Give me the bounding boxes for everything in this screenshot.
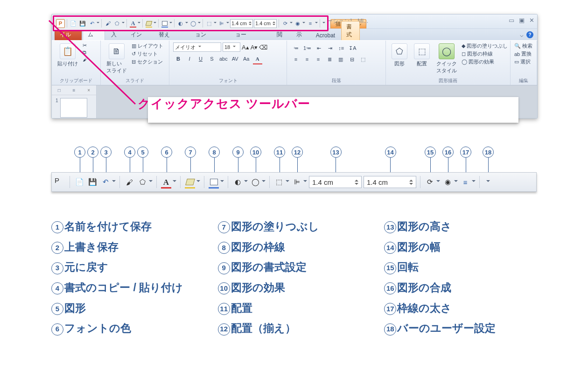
layout-button[interactable]: ▥ レイアウト — [132, 42, 163, 49]
grow-font-icon[interactable]: A▴ — [242, 44, 249, 51]
replace-button[interactable]: ab 置換 — [514, 50, 532, 57]
shapes-icon[interactable]: ⬠ — [137, 176, 148, 188]
bullets-button[interactable]: ≔ — [291, 44, 301, 52]
paste-button[interactable]: 📋貼り付け — [56, 42, 80, 68]
shape-outline-icon[interactable] — [208, 176, 219, 188]
align-icon[interactable]: ⊫ — [291, 176, 302, 188]
bold-button[interactable]: B — [173, 55, 183, 63]
find-button[interactable]: 🔍 検索 — [514, 42, 532, 49]
leader-13: 13 — [330, 147, 342, 172]
font-size-combo[interactable]: 18 — [223, 42, 240, 52]
shape-fill-icon[interactable] — [184, 176, 196, 188]
align-right-button[interactable]: ≡ — [313, 55, 323, 63]
thumb-tab-outline[interactable]: ≡ — [67, 88, 82, 93]
close-icon[interactable]: ✕ — [529, 17, 534, 24]
undo-icon[interactable]: ↶ — [88, 19, 96, 28]
legend-item: 14図形の幅 — [384, 237, 537, 258]
help-icon[interactable]: ? — [526, 31, 533, 38]
shape-fill-icon[interactable] — [145, 19, 153, 28]
save-as-icon[interactable]: 📄 — [74, 176, 85, 188]
line-weight-icon[interactable]: ≡ — [460, 176, 471, 188]
shapes-button[interactable]: ⬠図形 — [390, 42, 409, 68]
font-color-icon[interactable]: A — [129, 19, 137, 28]
shape-effects-button[interactable]: ◯ 図形の効果 — [462, 58, 508, 65]
rotate-icon[interactable]: ⟳ — [424, 176, 435, 188]
minimize-icon[interactable]: ▭ — [509, 17, 514, 24]
italic-button[interactable]: I — [184, 55, 195, 63]
align-icon[interactable]: ⊫ — [217, 19, 226, 28]
format-painter-icon[interactable]: 🖌 — [124, 176, 135, 188]
section-button[interactable]: ⊟ セクション — [132, 58, 163, 65]
customize-qat-icon[interactable] — [483, 180, 492, 184]
format-shape-icon[interactable]: ◐ — [232, 176, 243, 188]
customize-qat-icon[interactable] — [322, 22, 325, 25]
align-left-button[interactable]: ≡ — [291, 55, 301, 63]
save-icon[interactable]: 💾 — [87, 176, 98, 188]
slide-thumbnail[interactable] — [60, 98, 87, 118]
columns-button[interactable]: ▥ — [336, 55, 346, 63]
shape-effects-icon[interactable]: ◯ — [189, 19, 197, 28]
legend: 1名前を付けて保存2上書き保存3元に戻す4書式のコピー / 貼り付け5図形6フォ… — [51, 217, 537, 339]
shape-height-field[interactable]: 1.4 cm — [230, 19, 253, 28]
format-shape-icon[interactable]: ◐ — [176, 19, 185, 28]
shape-effects-icon[interactable]: ◯ — [250, 176, 261, 188]
smartart-button[interactable]: ⬚ — [358, 55, 368, 63]
font-name-combo[interactable]: メイリオ — [173, 42, 221, 52]
shape-outline-button[interactable]: ◻ 図形の枠線 — [462, 50, 508, 57]
shape-height-field[interactable]: 1.4 cm — [309, 176, 362, 188]
valign-button[interactable]: ⊟ — [347, 55, 357, 63]
arrange-button[interactable]: ⬚配置 — [412, 42, 432, 68]
underline-button[interactable]: U — [196, 55, 206, 63]
rotate-icon[interactable]: ⟳ — [281, 19, 289, 28]
merge-shapes-icon[interactable]: ◉ — [442, 176, 453, 188]
line-weight-icon[interactable]: ≡ — [306, 19, 315, 28]
copy-icon[interactable]: ⧉ — [83, 49, 88, 56]
align-center-button[interactable]: ≡ — [302, 55, 312, 63]
shape-width-field[interactable]: 1.4 cm — [364, 176, 416, 188]
shapes-icon[interactable]: ⬠ — [113, 19, 121, 28]
save-icon[interactable]: 💾 — [78, 19, 87, 28]
font-color-button[interactable]: A — [252, 55, 263, 64]
shape-fill-button[interactable]: ◆ 図形の塗りつぶし — [462, 42, 508, 49]
slide-number: 1 — [56, 98, 58, 103]
strike-button[interactable]: abc — [218, 55, 229, 63]
group-editing: 編集 — [514, 77, 533, 84]
legend-item: 17枠線の太さ — [384, 298, 537, 319]
save-as-icon[interactable]: 📄 — [69, 19, 77, 28]
legend-item: 9図形の書式設定 — [218, 257, 371, 278]
thumb-close-icon[interactable]: × — [81, 88, 96, 93]
leader-11: 11 — [274, 147, 285, 172]
spacing-button[interactable]: AV — [230, 55, 240, 63]
numbering-button[interactable]: 1≔ — [302, 44, 313, 52]
format-painter-icon[interactable]: 🖌 — [104, 19, 112, 28]
textdir-button[interactable]: ↧A — [347, 44, 357, 52]
case-button[interactable]: Aa — [241, 55, 252, 63]
quickstyle-button[interactable]: ◯クイック スタイル — [434, 42, 459, 75]
select-button[interactable]: ▭ 選択 — [514, 58, 532, 65]
arrange-icon[interactable]: ⬚ — [205, 19, 213, 28]
leader-7: 7 — [185, 147, 196, 172]
undo-icon[interactable]: ↶ — [100, 176, 111, 188]
shadow-button[interactable]: S — [207, 55, 217, 63]
justify-button[interactable]: ≣ — [324, 55, 335, 63]
arrange-icon[interactable]: ⬚ — [273, 176, 285, 188]
ribbon-min-icon[interactable]: ⌵ — [520, 31, 524, 38]
cut-icon[interactable]: ✂ — [83, 42, 88, 49]
clear-format-icon[interactable]: ⌫ — [259, 44, 267, 51]
tab-format[interactable]: 書式 — [341, 21, 360, 40]
shrink-font-icon[interactable]: A▾ — [251, 44, 258, 51]
tab-acrobat[interactable]: Acrobat — [311, 30, 340, 40]
dedent-button[interactable]: ⇤ — [314, 44, 324, 52]
linespacing-button[interactable]: ↕≡ — [336, 44, 346, 52]
reset-button[interactable]: ↺ リセット — [132, 50, 163, 57]
thumb-tab-slides[interactable]: □ — [52, 88, 67, 93]
new-slide-button[interactable]: 🗎新しい スライド — [105, 42, 129, 75]
indent-button[interactable]: ⇥ — [325, 44, 335, 52]
legend-item: 4書式のコピー / 貼り付け — [51, 278, 204, 298]
maximize-icon[interactable]: ▣ — [519, 17, 525, 24]
shape-outline-icon[interactable] — [161, 19, 169, 28]
font-color-icon[interactable]: A — [161, 176, 172, 188]
shape-width-field[interactable]: 1.4 cm — [254, 19, 277, 28]
format-painter-icon[interactable]: 🖌 — [83, 56, 88, 62]
merge-shapes-icon[interactable]: ◉ — [294, 19, 302, 28]
